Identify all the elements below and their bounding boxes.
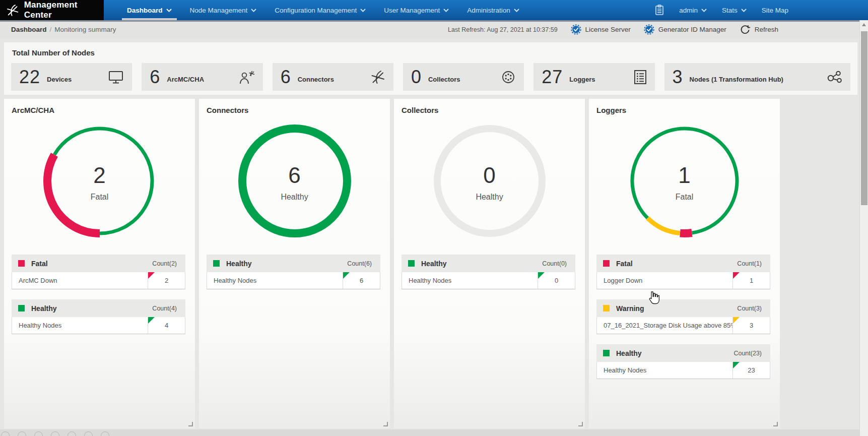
- stat-value: 27: [542, 67, 563, 88]
- legend-label: Fatal: [616, 260, 633, 268]
- collectors-icon: [501, 70, 516, 85]
- table-row[interactable]: Healthy Nodes 6: [207, 272, 380, 289]
- generator-id-manager-link[interactable]: Generator ID Manager: [644, 24, 726, 35]
- stat-label: Nodes (1 Transformation Hub): [690, 76, 783, 83]
- nav-item-configuration-management[interactable]: Configuration Management: [275, 0, 366, 20]
- nodes-icon: [826, 70, 842, 84]
- table-row[interactable]: ArcMC Down 2: [12, 272, 185, 289]
- nav-item-stats[interactable]: Stats: [722, 7, 747, 14]
- chevron-down-icon: [514, 9, 519, 12]
- active-tab-underline: [122, 18, 177, 20]
- health-donut: 6 Healthy: [236, 122, 353, 241]
- scroll-up-arrow-icon[interactable]: [862, 23, 866, 26]
- health-donut: 2 Fatal: [41, 122, 158, 241]
- panel-resize-grip[interactable]: [773, 422, 778, 426]
- legend-table-healthy: Healthy Count(6) Healthy Nodes 6: [207, 255, 380, 289]
- stat-value: 3: [673, 67, 683, 88]
- table-row[interactable]: Healthy Nodes 23: [596, 362, 770, 379]
- brand-title: Management Center: [24, 0, 104, 20]
- row-count: 3: [750, 322, 753, 329]
- generator-id-manager-label: Generator ID Manager: [658, 26, 726, 33]
- table-row[interactable]: 07_16_2021_Storage Disk Usage above 85% …: [596, 317, 770, 334]
- table-row[interactable]: Logger Down 1: [596, 272, 770, 289]
- user-menu-admin[interactable]: admin: [679, 7, 707, 14]
- panel-resize-grip[interactable]: [578, 422, 583, 426]
- row-name: Healthy Nodes: [402, 272, 538, 289]
- legend-color-swatch: [18, 305, 25, 312]
- stat-card-connectors: 6 Connectors: [273, 63, 393, 91]
- panel-resize-grip[interactable]: [383, 422, 388, 426]
- panel-title: Loggers: [589, 99, 780, 114]
- legend-label: Healthy: [421, 260, 447, 268]
- panel-arcmc-cha: ArcMC/CHA 2 Fatal Fatal Count(2) ArcMC D…: [4, 99, 195, 428]
- table-row[interactable]: Healthy Nodes 0: [402, 272, 575, 289]
- devices-icon: [108, 70, 124, 84]
- nav-item-dashboard[interactable]: Dashboard: [127, 0, 172, 20]
- vertical-scrollbar-thumb[interactable]: [861, 31, 867, 205]
- nav-item-user-management[interactable]: User Management: [384, 0, 449, 20]
- panel-collectors: Collectors 0 Healthy Healthy Count(0) He…: [394, 99, 585, 428]
- stat-cards-row: 22 Devices 6 ArcMC/CHA 6 Connectors 0 Co…: [4, 63, 857, 91]
- panel-resize-grip[interactable]: [188, 422, 193, 426]
- legend-color-swatch: [603, 260, 610, 267]
- arcsight-logo-icon: [6, 4, 19, 17]
- legend-color-swatch: [603, 350, 610, 356]
- chevron-down-icon: [741, 9, 747, 12]
- legend-header[interactable]: Warning Count(3): [596, 299, 770, 317]
- legend-table-warning: Warning Count(3) 07_16_2021_Storage Disk…: [596, 299, 770, 334]
- nav-item-site-map[interactable]: Site Map: [762, 7, 788, 14]
- health-donut: 1 Fatal: [626, 122, 743, 241]
- loggers-icon: [634, 70, 647, 85]
- row-count-cell: 1: [732, 272, 770, 289]
- legend-header[interactable]: Healthy Count(6): [207, 255, 380, 272]
- breadcrumb-dashboard[interactable]: Dashboard: [11, 26, 47, 33]
- chevron-down-icon: [166, 9, 172, 12]
- refresh-button[interactable]: Refresh: [740, 24, 778, 35]
- section-title: Total Number of Nodes: [4, 42, 857, 57]
- row-count: 23: [748, 366, 755, 374]
- row-flag: [148, 317, 155, 324]
- row-name: Healthy Nodes: [207, 272, 343, 289]
- legend-count: Count(4): [152, 305, 177, 312]
- legend-header[interactable]: Healthy Count(0): [402, 255, 575, 272]
- last-refresh-timestamp: Last Refresh: Aug 27, 2021 at 10:37:59: [448, 26, 558, 33]
- legend-count: Count(6): [347, 260, 372, 267]
- row-count-cell: 4: [148, 317, 185, 334]
- legend-header[interactable]: Healthy Count(4): [12, 299, 185, 317]
- license-server-link[interactable]: License Server: [571, 24, 631, 35]
- breadcrumb-bar: Dashboard / Monitoring summary Last Refr…: [0, 20, 868, 39]
- row-count: 4: [165, 322, 168, 329]
- legend-count: Count(2): [152, 260, 177, 267]
- status-group: Last Refresh: Aug 27, 2021 at 10:37:59 L…: [448, 24, 868, 35]
- decorative-circle: [101, 431, 109, 436]
- decorative-circle: [1, 431, 10, 436]
- stat-card-devices: 22 Devices: [11, 63, 132, 91]
- table-row[interactable]: Healthy Nodes 4: [12, 317, 185, 334]
- legend-header[interactable]: Fatal Count(2): [12, 255, 185, 272]
- row-count: 6: [360, 277, 363, 284]
- vertical-scrollbar[interactable]: [859, 20, 868, 436]
- refresh-label: Refresh: [755, 26, 778, 33]
- donut-chart: [236, 122, 353, 239]
- stat-label: Connectors: [298, 76, 334, 83]
- decorative-circle: [18, 431, 26, 436]
- nav-item-administration[interactable]: Administration: [467, 0, 519, 20]
- chevron-down-icon: [251, 9, 256, 12]
- legend-header[interactable]: Fatal Count(1): [596, 255, 770, 272]
- stat-card-nodes: 3 Nodes (1 Transformation Hub): [664, 63, 850, 91]
- decorative-circle: [84, 431, 93, 436]
- legend-label: Warning: [616, 304, 644, 313]
- row-count: 2: [165, 277, 168, 284]
- horizontal-scrollbar[interactable]: [0, 429, 859, 436]
- legend-count: Count(0): [542, 260, 567, 267]
- connectors-icon: [370, 70, 385, 85]
- nav-item-node-management[interactable]: Node Management: [190, 0, 257, 20]
- legend-header[interactable]: Healthy Count(23): [596, 344, 770, 362]
- panel-title: ArcMC/CHA: [4, 99, 195, 114]
- panel-loggers: Loggers 1 Fatal Fatal Count(1) Logger Do…: [589, 99, 780, 428]
- nav-right-group: admin Stats Site Map: [655, 0, 868, 20]
- row-count-cell: 6: [343, 272, 380, 289]
- clipboard-icon[interactable]: [655, 5, 664, 16]
- legend-label: Healthy: [616, 349, 642, 357]
- legend-color-swatch: [603, 305, 610, 312]
